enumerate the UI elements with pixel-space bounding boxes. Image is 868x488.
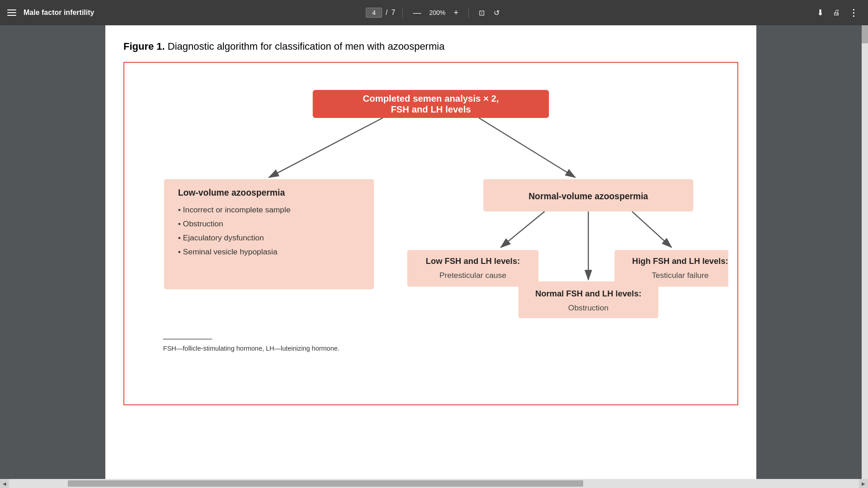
svg-line-4 bbox=[479, 118, 575, 178]
svg-text:High FSH and LH levels:: High FSH and LH levels: bbox=[632, 256, 728, 266]
svg-text:Low FSH and LH levels:: Low FSH and LH levels: bbox=[426, 256, 520, 266]
toolbar: Male factor infertility / 7 — 200% + ⊡ ↺… bbox=[0, 0, 868, 25]
scroll-left-arrow[interactable]: ◀ bbox=[0, 479, 9, 488]
svg-text:Pretesticular cause: Pretesticular cause bbox=[439, 271, 506, 280]
svg-text:Normal-volume azoospermia: Normal-volume azoospermia bbox=[528, 191, 648, 201]
toolbar-center: / 7 — 200% + ⊡ ↺ bbox=[366, 6, 502, 19]
svg-text:• Ejaculatory dysfunction: • Ejaculatory dysfunction bbox=[178, 233, 264, 242]
scrollbar-thumb-h[interactable] bbox=[68, 480, 583, 487]
scroll-right-arrow[interactable]: ▶ bbox=[859, 479, 868, 488]
scrollbar-thumb[interactable] bbox=[862, 25, 868, 43]
rotate-button[interactable]: ↺ bbox=[491, 7, 502, 19]
svg-text:• Incorrect or incomplete samp: • Incorrect or incomplete sample bbox=[178, 205, 291, 214]
more-options-button[interactable]: ⋮ bbox=[846, 5, 861, 20]
download-button[interactable]: ⬇ bbox=[814, 6, 826, 19]
page-total: 7 bbox=[392, 9, 396, 17]
flowchart-svg: Completed semen analysis × 2, FSH and LH… bbox=[133, 72, 728, 379]
print-button[interactable]: 🖨 bbox=[830, 7, 843, 19]
figure-label-rest: Diagnostic algorithm for classification … bbox=[165, 41, 445, 52]
zoom-in-button[interactable]: + bbox=[451, 6, 461, 19]
zoom-out-button[interactable]: — bbox=[410, 6, 424, 19]
hamburger-menu-icon[interactable] bbox=[7, 9, 16, 16]
fit-page-button[interactable]: ⊡ bbox=[476, 7, 487, 19]
svg-text:FSH and LH levels: FSH and LH levels bbox=[391, 104, 471, 114]
horizontal-scrollbar[interactable]: ◀ ▶ bbox=[0, 479, 868, 488]
separator-2 bbox=[468, 7, 469, 18]
svg-text:Low-volume azoospermia: Low-volume azoospermia bbox=[178, 188, 285, 197]
page-number-input[interactable] bbox=[366, 8, 382, 18]
svg-text:FSH—follicle-stimulating hormo: FSH—follicle-stimulating hormone, LH—lut… bbox=[163, 345, 340, 352]
vertical-scrollbar[interactable] bbox=[862, 25, 868, 479]
svg-text:Testicular failure: Testicular failure bbox=[652, 271, 709, 280]
separator-1 bbox=[402, 7, 403, 18]
svg-text:Completed semen analysis × 2,: Completed semen analysis × 2, bbox=[363, 94, 499, 103]
page-document: Figure 1. Diagnostic algorithm for class… bbox=[105, 25, 756, 479]
svg-line-3 bbox=[269, 118, 383, 178]
page-separator: / bbox=[386, 9, 387, 17]
figure-label-bold: Figure 1. bbox=[123, 41, 165, 52]
svg-line-15 bbox=[632, 211, 671, 247]
toolbar-left: Male factor infertility bbox=[7, 9, 94, 17]
svg-text:• Obstruction: • Obstruction bbox=[178, 219, 223, 228]
svg-rect-19 bbox=[614, 250, 728, 286]
svg-text:Obstruction: Obstruction bbox=[568, 303, 609, 312]
zoom-level: 200% bbox=[427, 9, 447, 16]
svg-text:Normal FSH and LH levels:: Normal FSH and LH levels: bbox=[535, 289, 642, 298]
toolbar-right: ⬇ 🖨 ⋮ bbox=[814, 5, 861, 20]
figure-title: Figure 1. Diagnostic algorithm for class… bbox=[123, 40, 738, 54]
diagram-container: Completed semen analysis × 2, FSH and LH… bbox=[123, 62, 738, 405]
svg-rect-16 bbox=[407, 250, 538, 286]
document-title: Male factor infertility bbox=[24, 9, 94, 17]
scrollbar-track bbox=[9, 479, 859, 488]
content-area: Figure 1. Diagnostic algorithm for class… bbox=[0, 25, 862, 479]
svg-line-13 bbox=[501, 211, 545, 247]
svg-rect-22 bbox=[519, 282, 659, 318]
svg-text:• Seminal vesicle hypoplasia: • Seminal vesicle hypoplasia bbox=[178, 247, 278, 256]
